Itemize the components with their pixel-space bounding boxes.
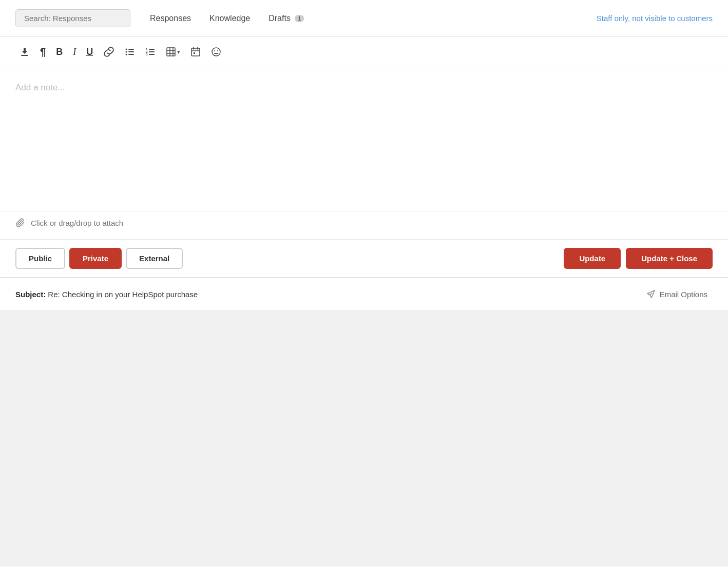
tab-responses[interactable]: Responses [141, 10, 200, 27]
note-placeholder: Add a note... [15, 83, 65, 92]
calendar-button[interactable] [186, 44, 205, 60]
svg-point-5 [126, 54, 127, 55]
action-buttons: Update Update + Close [564, 248, 713, 269]
underline-button[interactable]: U [82, 44, 97, 60]
svg-text:3.: 3. [146, 53, 148, 56]
staff-notice: Staff only, not visible to customers [597, 14, 713, 23]
svg-rect-22 [194, 52, 195, 54]
svg-point-25 [217, 50, 218, 51]
editor-area[interactable]: Add a note... [0, 67, 728, 211]
email-options-button[interactable]: Email Options [641, 286, 713, 302]
attach-label: Click or drag/drop to attach [31, 219, 123, 227]
link-button[interactable] [99, 43, 119, 61]
svg-line-26 [650, 294, 652, 296]
drafts-badge: 1 [295, 15, 304, 22]
svg-rect-10 [149, 51, 155, 52]
italic-button[interactable]: I [69, 44, 80, 60]
numbered-list-button[interactable]: 1. 2. 3. [141, 44, 160, 60]
svg-rect-0 [21, 55, 28, 56]
svg-point-1 [126, 49, 127, 50]
update-close-button[interactable]: Update + Close [626, 248, 713, 269]
svg-rect-13 [167, 48, 175, 56]
bold-button[interactable]: B [52, 44, 67, 60]
svg-rect-2 [128, 49, 134, 50]
public-button[interactable]: Public [15, 248, 65, 269]
visibility-buttons: Public Private External [15, 248, 183, 269]
svg-point-3 [126, 51, 127, 53]
attach-icon [15, 218, 26, 228]
tab-nav: Responses Knowledge Drafts 1 [141, 10, 313, 27]
editor-toolbar: ¶ B I U [0, 37, 728, 67]
svg-rect-12 [149, 54, 155, 55]
emoji-button[interactable] [207, 44, 225, 60]
attach-area[interactable]: Click or drag/drop to attach [0, 211, 728, 234]
top-bar: Responses Knowledge Drafts 1 Staff only,… [0, 0, 728, 37]
svg-point-24 [214, 50, 215, 51]
underline-icon: U [86, 47, 93, 56]
svg-rect-8 [149, 49, 155, 50]
subject-text: Subject: Re: Checking in on your HelpSpo… [15, 290, 641, 299]
external-button[interactable]: External [126, 248, 183, 269]
bold-icon: B [56, 47, 63, 56]
subject-value: Re: Checking in on your HelpSpot purchas… [48, 290, 198, 299]
save-button[interactable] [15, 44, 34, 60]
table-button[interactable]: ▾ [162, 44, 184, 60]
paragraph-icon: ¶ [40, 47, 46, 57]
action-bar: Public Private External Update Update + … [0, 239, 728, 277]
bottom-area [0, 310, 728, 567]
svg-rect-4 [128, 51, 134, 52]
svg-rect-18 [191, 48, 200, 56]
update-button[interactable]: Update [564, 248, 621, 269]
search-input[interactable] [15, 9, 130, 27]
italic-icon: I [73, 47, 76, 56]
bullet-list-button[interactable] [121, 44, 139, 60]
tab-drafts-label: Drafts [269, 14, 291, 23]
tab-knowledge[interactable]: Knowledge [200, 10, 259, 27]
svg-rect-6 [128, 54, 134, 55]
tab-drafts[interactable]: Drafts 1 [259, 10, 313, 27]
subject-label: Subject: [15, 290, 46, 299]
table-dropdown-chevron: ▾ [177, 49, 180, 55]
subject-bar: Subject: Re: Checking in on your HelpSpo… [0, 277, 728, 310]
svg-point-23 [212, 48, 220, 56]
send-icon [646, 289, 656, 299]
paragraph-button[interactable]: ¶ [36, 44, 50, 60]
private-button[interactable]: Private [69, 248, 122, 269]
email-options-label: Email Options [660, 290, 707, 299]
